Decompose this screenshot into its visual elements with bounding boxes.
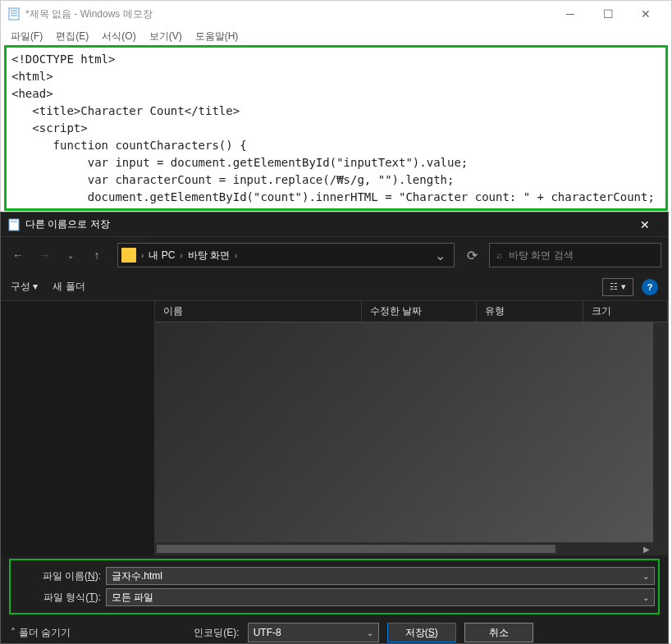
recent-dropdown[interactable]: ⌄ [60,244,81,266]
column-headers: 이름 수정한 날짜 유형 크기 [155,301,668,322]
organize-menu[interactable]: 구성 ▾ [11,280,38,294]
encoding-value: UTF-8 [254,627,281,638]
search-icon: ⌕ [496,249,502,261]
minimize-button[interactable]: ─ [551,2,589,26]
dialog-titlebar: 다른 이름으로 저장 ✕ [1,212,668,237]
highlight-box: 파일 이름(N): 글자수.html ⌄ 파일 형식(T): 모든 파일 ⌄ [9,559,660,614]
filename-label: 파일 이름(N): [14,569,106,583]
notepad-app-icon [7,218,21,231]
menu-file[interactable]: 파일(F) [6,28,48,45]
col-modified[interactable]: 수정한 날짜 [362,301,477,322]
search-input[interactable]: ⌕ 바탕 화면 검색 [489,243,661,267]
toolbar: 구성 ▾ 새 폴더 ☷ ▾ ? [1,273,668,301]
dialog-title: 다른 이름으로 저장 [25,217,629,231]
vertical-scrollbar[interactable] [653,322,668,555]
dialog-footer: ˄ 폴더 숨기기 인코딩(E): UTF-8 ⌄ 저장(S) 취소 [1,614,668,644]
svg-rect-0 [9,8,19,20]
encoding-label: 인코딩(E): [194,626,239,640]
chevron-right-icon: › [180,251,182,260]
search-placeholder: 바탕 화면 검색 [509,249,574,263]
horizontal-scrollbar[interactable]: ▶ [155,542,653,555]
address-dropdown[interactable]: ⌄ [430,248,450,263]
folder-icon [121,248,136,263]
back-button[interactable]: ← [7,244,29,266]
svg-rect-4 [9,219,19,231]
up-button[interactable]: ↑ [86,244,107,266]
save-as-dialog: 다른 이름으로 저장 ✕ ← → ⌄ ↑ › 내 PC › 바탕 화면 › ⌄ … [0,212,669,644]
menu-edit[interactable]: 편집(E) [51,28,94,45]
chevron-down-icon[interactable]: ⌄ [367,628,373,637]
filetype-value: 모든 파일 [112,591,153,605]
filename-value: 글자수.html [112,569,162,583]
notepad-app-icon [7,7,21,21]
dialog-close-button[interactable]: ✕ [629,213,661,236]
new-folder-button[interactable]: 새 폴더 [53,280,85,294]
menu-help[interactable]: 도움말(H) [190,28,244,45]
view-options-button[interactable]: ☷ ▾ [602,278,633,296]
breadcrumb-desktop[interactable]: 바탕 화면 [188,249,230,263]
chevron-down-icon[interactable]: ⌄ [642,593,649,602]
scrollbar-thumb[interactable] [157,545,555,553]
hide-folders-toggle[interactable]: ˄ 폴더 숨기기 [11,626,71,640]
save-fields: 파일 이름(N): 글자수.html ⌄ 파일 형식(T): 모든 파일 ⌄ [12,562,656,611]
filetype-label: 파일 형식(T): [14,591,106,605]
help-button[interactable]: ? [642,279,658,295]
menu-format[interactable]: 서식(O) [97,28,140,45]
file-browser-body: 이름 수정한 날짜 유형 크기 ▶ [1,301,668,555]
col-name[interactable]: 이름 [155,301,362,322]
notepad-menubar: 파일(F) 편집(E) 서식(O) 보기(V) 도움말(H) [1,27,671,45]
forward-button[interactable]: → [34,244,55,266]
maximize-button[interactable]: ☐ [589,2,627,26]
save-button[interactable]: 저장(S) [387,623,456,642]
file-list[interactable]: 이름 수정한 날짜 유형 크기 ▶ [155,301,668,555]
breadcrumb-pc[interactable]: 내 PC [149,249,175,263]
folder-tree[interactable] [1,301,155,555]
menu-view[interactable]: 보기(V) [144,28,187,45]
notepad-title: *제목 없음 - Windows 메모장 [25,7,551,21]
chevron-right-icon: › [235,251,237,260]
scroll-right-icon[interactable]: ▶ [640,545,653,554]
chevron-down-icon[interactable]: ⌄ [642,572,649,581]
notepad-text-area[interactable]: <!DOCTYPE html> <html> <head> <title>Cha… [4,45,668,211]
window-controls: ─ ☐ ✕ [551,2,665,26]
col-type[interactable]: 유형 [477,301,583,322]
chevron-right-icon: › [141,251,144,260]
address-bar[interactable]: › 내 PC › 바탕 화면 › ⌄ [117,243,455,267]
filetype-select[interactable]: 모든 파일 ⌄ [106,588,655,606]
encoding-select[interactable]: UTF-8 ⌄ [248,623,379,642]
col-size[interactable]: 크기 [583,301,668,322]
refresh-button[interactable]: ⟳ [459,243,484,267]
cancel-button[interactable]: 취소 [464,623,533,642]
chevron-up-icon: ˄ [11,627,16,638]
filename-input[interactable]: 글자수.html ⌄ [106,567,655,585]
notepad-titlebar: *제목 없음 - Windows 메모장 ─ ☐ ✕ [1,1,671,27]
nav-row: ← → ⌄ ↑ › 내 PC › 바탕 화면 › ⌄ ⟳ ⌕ 바탕 화면 검색 [1,237,668,273]
close-button[interactable]: ✕ [627,2,665,26]
